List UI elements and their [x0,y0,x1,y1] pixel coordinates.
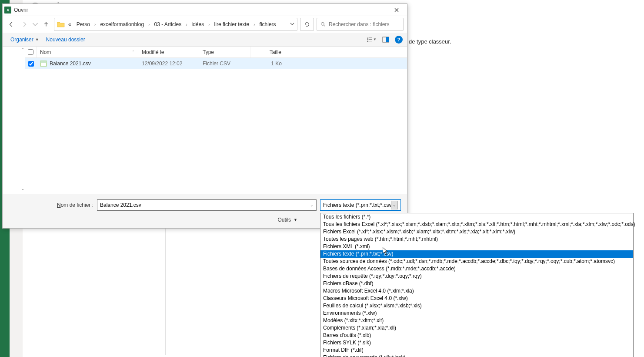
address-dropdown[interactable] [290,21,294,27]
svg-rect-6 [369,41,372,41]
filetype-option[interactable]: Toutes les pages web (*.htm;*.html;*.mht… [320,236,633,243]
bg-right-text: de type classeur. [409,38,451,45]
file-row[interactable]: Balance 2021.csv 12/09/2022 12:02 Fichie… [25,58,407,69]
up-button[interactable] [41,19,51,30]
scroll-down[interactable]: ˅ [22,189,24,193]
sort-indicator: ˄ [132,50,134,54]
file-size: 1 Ko [250,58,285,69]
address-bar[interactable]: « Perso › excelformationblog › 03 - Arti… [54,18,297,31]
refresh-button[interactable] [300,18,314,31]
view-mode-button[interactable]: ▼ [367,35,377,44]
nav-row: « Perso › excelformationblog › 03 - Arti… [3,16,407,33]
chevron-down-icon [32,21,38,27]
breadcrumb-sep: › [253,22,256,27]
svg-rect-4 [369,39,372,40]
col-name[interactable]: Nom˄ [37,47,138,57]
arrow-up-icon [43,21,49,27]
svg-rect-5 [367,41,368,42]
chevron-down-icon[interactable]: ⌄ [391,201,398,209]
breadcrumb-item[interactable]: fichiers [258,20,278,28]
tools-label: Outils [277,217,291,223]
filetype-option[interactable]: Barres d'outils (*.xlb) [320,332,633,339]
preview-pane-button[interactable] [381,35,390,44]
filetype-option[interactable]: Fichiers de sauvegarde (*.xlk;*.bak) [320,354,633,357]
filetype-option[interactable]: Fichiers texte (*.prn;*.txt;*.csv) [320,250,633,258]
filetype-option[interactable]: Classeurs Microsoft Excel 4.0 (*.xlw) [320,295,633,302]
filetype-option[interactable]: Modèles (*.xltx;*.xltm;*.xlt) [320,317,633,324]
filetype-option[interactable]: Fichiers Excel (*.xl*;*.xlsx;*.xlsm;*.xl… [320,228,633,236]
dialog-title: Ouvrir [14,7,388,13]
filetype-option[interactable]: Environnements (*.xlw) [320,310,633,317]
list-view-icon [367,36,372,43]
file-type: Fichier CSV [199,58,250,69]
svg-rect-3 [367,39,368,40]
breadcrumb-item[interactable]: excelformationblog [98,20,146,28]
breadcrumb-sep: › [147,22,150,27]
breadcrumb-prefix[interactable]: « [67,20,73,28]
close-button[interactable] [388,4,405,16]
filetype-option[interactable]: Compléments (*.xlam;*.xla;*.xll) [320,324,633,332]
filetype-option[interactable]: Tous les fichiers (*.*) [320,213,633,221]
view-controls: ▼ ? [367,35,403,44]
filetype-option[interactable]: Fichiers SYLK (*.slk) [320,339,633,347]
filetype-option[interactable]: Tous les fichiers Excel (*.xl*;*.xlsx;*.… [320,221,633,228]
filetype-option[interactable]: Macros Microsoft Excel 4.0 (*.xlm;*.xla) [320,287,633,295]
filename-row: Nom de fichier : Balance 2021.csv ⌄ Fich… [9,199,401,211]
filetype-value: Fichiers texte (*.prn;*.txt;*.csv) [323,202,391,208]
check-all[interactable] [25,47,37,57]
filetype-option[interactable]: Fichiers XML (*.xml) [320,243,633,250]
filetype-dropdown[interactable]: Tous les fichiers (*.*)Tous les fichiers… [320,213,634,357]
chevron-down-icon: ▼ [294,218,297,222]
folder-icon [57,21,65,28]
svg-rect-1 [367,37,368,38]
file-checkbox[interactable] [28,61,34,67]
chevron-down-icon: ▼ [35,37,39,42]
col-size[interactable]: Taille [250,47,285,57]
new-folder-button[interactable]: Nouveau dossier [43,35,89,44]
filetype-option[interactable]: Format DIF (*.dif) [320,347,633,354]
filename-input[interactable]: Balance 2021.csv ⌄ [97,199,317,211]
chevron-down-icon[interactable]: ⌄ [310,203,314,207]
filetype-option[interactable]: Feuilles de calcul (*.xlsx;*.xlsm;*.xlsb… [320,302,633,310]
organize-label: Organiser [10,37,33,43]
file-list: Nom˄ Modifié le Type Taille Balance 2021… [25,47,407,194]
bg-divider [165,229,166,355]
breadcrumb-sep: › [207,22,210,27]
breadcrumb-item[interactable]: idées [190,20,206,28]
file-name: Balance 2021.csv [50,61,91,67]
file-modified: 12/09/2022 12:02 [138,58,199,69]
filetype-option[interactable]: Fichiers de requête (*.iqy;*.dqy;*.oqy;*… [320,273,633,280]
breadcrumb-sep: › [93,22,97,27]
help-button[interactable]: ? [395,36,403,44]
scroll-up[interactable]: ˄ [22,47,24,52]
forward-button[interactable] [19,19,30,30]
folder-tree[interactable]: ˄ ˅ [3,47,25,194]
breadcrumb-item[interactable]: 03 - Articles [152,20,183,28]
filetype-select[interactable]: Fichiers texte (*.prn;*.txt;*.csv) ⌄ [320,199,401,211]
organize-button[interactable]: Organiser ▼ [7,35,43,44]
tools-button[interactable]: Outils ▼ [274,215,301,225]
check-all-box[interactable] [28,49,33,55]
close-icon [394,8,399,12]
breadcrumb-item[interactable]: Perso [75,20,92,28]
search-box[interactable] [317,18,404,31]
new-folder-label: Nouveau dossier [46,37,85,43]
back-button[interactable] [6,19,17,30]
open-dialog: X Ouvrir « Perso › excelformationblog › … [2,3,407,229]
svg-rect-10 [40,61,47,63]
breadcrumb-sep: › [185,22,188,27]
search-input[interactable] [329,21,400,27]
filetype-option[interactable]: Bases de données Access (*.mdb;*.mde;*.a… [320,265,633,273]
breadcrumb-item[interactable]: lire fichier texte [213,20,251,28]
recent-button[interactable] [32,19,38,30]
filetype-option[interactable]: Fichiers dBase (*.dbf) [320,280,633,287]
col-modified[interactable]: Modifié le [138,47,199,57]
filetype-option[interactable]: Toutes sources de données (*.odc;*.udl;*… [320,258,633,265]
refresh-icon [304,21,310,27]
content-area: ˄ ˅ Nom˄ Modifié le Type Taille Balance … [3,47,407,194]
svg-rect-8 [386,37,389,42]
col-type[interactable]: Type [199,47,250,57]
filename-label: Nom de fichier : [9,202,93,208]
csv-file-icon [40,61,47,67]
chevron-down-icon: ▼ [373,37,377,41]
